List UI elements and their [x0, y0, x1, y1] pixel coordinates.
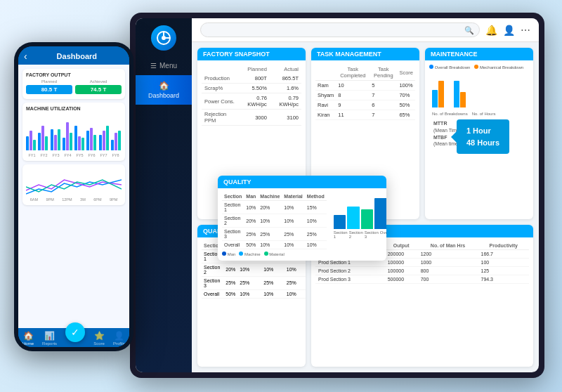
search-input[interactable] [200, 22, 480, 37]
mobile-machine-utilization-card: MACHINE UTILIZATION [22, 103, 125, 161]
task-management-header: TASK MANAGEMENT [311, 48, 419, 60]
back-icon[interactable]: ‹ [24, 51, 27, 62]
bar-group-2 [454, 81, 466, 107]
tooltip-line2: 48 Hours [466, 137, 499, 149]
bar-fy3-blue [51, 129, 53, 150]
bar-fy8-blue [111, 140, 114, 150]
factory-rejection-actual: 3100 [270, 110, 301, 126]
chart-labels: No. of Breakdowns No. of Hours [429, 110, 529, 117]
bar-fy7-blue [99, 135, 102, 150]
home-nav-icon: 🏠 [23, 331, 34, 341]
maintenance-legend: Overall Breakdown Mechanical Breakdown [429, 65, 529, 70]
task-table: Task Completed Task Pending Score Ram105… [315, 65, 415, 120]
mobile-content: FACTORY OUTPUT Planned Achieved 80.5 T 7… [18, 65, 129, 328]
nav-item-score[interactable]: ⭐ Score [93, 331, 105, 346]
bar-fy1-blue [26, 136, 29, 150]
achieved-label: Achieved [75, 79, 122, 84]
bar-chart-x-labels: FY1 FY2 FY3 FY4 FY5 FY6 FY7 FY8 [26, 153, 122, 157]
bar-fy2-teal [45, 136, 48, 150]
bar-group-fy5 [74, 126, 85, 150]
mobile-line-chart [26, 169, 122, 197]
table-row: Production 800T 865.5T [202, 74, 301, 84]
factory-col-planned: Planned [238, 65, 270, 74]
factory-row-label: Power Cons. [202, 93, 238, 110]
sidebar-logo [151, 25, 176, 51]
bar-fy4-blue [63, 138, 65, 150]
factory-row-label: Scrap% [202, 84, 238, 93]
mobile-top-bar: ‹ Dashboard [18, 46, 129, 65]
table-row: Prod Section 3500000700794.3 [315, 275, 529, 283]
mobile-line-chart-card: 6AM 9PM 12PM 3M 6PM 9PM [22, 164, 125, 205]
table-row: Section 220%10%10%10% [202, 263, 306, 276]
factory-values-row: 80.5 T 74.5 T [26, 85, 122, 94]
task-management-body: Task Completed Task Pending Score Ram105… [311, 60, 419, 124]
bell-icon[interactable]: 🔔 [485, 25, 497, 36]
table-row: Scrap% 5.50% 1.6% [202, 84, 301, 93]
quality-bar-2 [347, 207, 360, 229]
mobile-factory-output-card: FACTORY OUTPUT Planned Achieved 80.5 T 7… [22, 69, 125, 99]
table-row: Section 220%10%10%10% [222, 214, 327, 228]
menu-button[interactable]: ☰ Menu [150, 62, 177, 70]
legend-man: Man [222, 251, 235, 256]
bar-group-1 [432, 81, 444, 107]
factory-scrap-actual: 1.6% [270, 84, 301, 93]
bar-hours-blue [454, 81, 459, 107]
menu-label: Menu [159, 62, 177, 70]
legend-material: Material [264, 251, 285, 256]
table-row: Shyam8770% [315, 91, 415, 100]
nav-check-button[interactable]: ✓ [65, 322, 85, 342]
quality-popup: QUALITY Section Man Machine Material Met… [218, 176, 386, 261]
nav-reports-label: Reports [42, 341, 57, 346]
bar-breakdown-blue [432, 90, 438, 107]
quality-mini-chart [332, 195, 386, 230]
bar-fy7-teal [106, 126, 109, 150]
bar-breakdown-orange [438, 81, 444, 107]
tooltip-line1: 1 Hour [466, 125, 499, 137]
table-row: Section 325%25%25%25% [222, 228, 327, 241]
nav-item-home[interactable]: 🏠 Home [22, 331, 34, 346]
sidebar-item-dashboard[interactable]: 🏠 Dashboard [136, 75, 192, 105]
bar-group-fy7 [99, 126, 110, 150]
sidebar: ☰ Menu 🏠 Dashboard [136, 18, 192, 372]
achieved-value: 74.5 T [75, 85, 122, 94]
factory-production-planned: 800T [238, 74, 270, 84]
table-row: Section 110%20%10%15% [222, 201, 327, 214]
table-row: Power Cons. 0.76 KWH/pc 0.79 KWH/pc [202, 93, 301, 110]
quality-bar-4 [374, 198, 386, 229]
line-chart-x-labels: 6AM 9PM 12PM 3M 6PM 9PM [26, 197, 122, 202]
bar-fy1-teal [33, 140, 36, 150]
mobile-screen: ‹ Dashboard FACTORY OUTPUT Planned Achie… [18, 46, 129, 347]
maintenance-chart [429, 72, 529, 110]
maintenance-header: MAINTENANCE [425, 48, 533, 60]
table-row: Rejection PPM 3000 3100 [202, 110, 301, 126]
mttr-tooltip: 1 Hour 48 Hours [457, 119, 509, 154]
nav-score-label: Score [93, 341, 105, 346]
check-icon: ✓ [71, 327, 79, 338]
factory-scrap-planned: 5.50% [238, 84, 270, 93]
quality-legend: Man Machine Material [222, 251, 327, 256]
table-row: Overall50%10%10%10% [202, 289, 306, 298]
nav-item-reports[interactable]: 📊 Reports [42, 331, 57, 346]
bar-fy4-teal [70, 133, 72, 150]
factory-production-actual: 865.5T [270, 74, 301, 84]
bar-fy4-purple [66, 122, 69, 150]
bar-fy6-blue [86, 131, 89, 150]
label-hours: No. of Hours [472, 112, 496, 116]
search-icon[interactable]: 🔍 [464, 25, 474, 34]
factory-col-actual: Actual [270, 65, 301, 74]
more-icon[interactable]: ⋯ [521, 25, 530, 36]
score-nav-icon: ⭐ [94, 331, 105, 341]
user-icon[interactable]: 👤 [503, 25, 515, 36]
bar-group-fy8 [111, 131, 122, 150]
factory-row-label: Rejection PPM [202, 110, 238, 126]
task-col-name [315, 65, 336, 81]
reports-nav-icon: 📊 [44, 331, 55, 341]
bar-group-fy4 [63, 122, 73, 150]
nav-item-profile[interactable]: 👤 Profile [113, 331, 125, 346]
bar-fy5-teal [81, 138, 84, 150]
mobile-bottom-nav: 🏠 Home 📊 Reports ✓ ⭐ Score 👤 Profile [18, 328, 129, 347]
table-row: Ravi9650% [315, 100, 415, 110]
mobile-bar-chart [26, 113, 122, 152]
bar-fy3-purple [54, 135, 57, 150]
quality-popup-content: Section Man Machine Material Method Sect… [222, 192, 382, 256]
